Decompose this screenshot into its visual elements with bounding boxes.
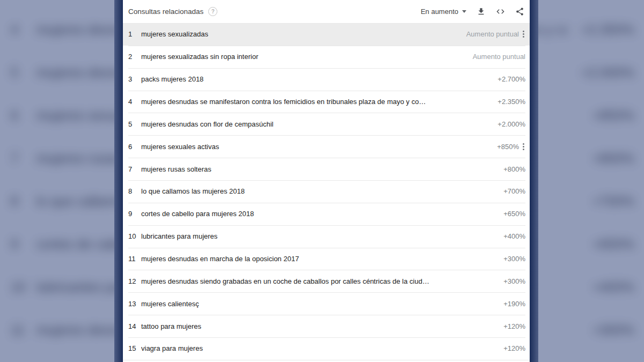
query-row[interactable]: 1 mujeres sexualizadas Aumento puntual [123,23,530,46]
query-value: +400% [503,232,525,240]
query-row[interactable]: 5 mujeres desnudas con flor de cempasúch… [123,113,530,135]
query-text: cortes de cabello para mujeres 2018 [141,210,503,218]
query-value: +120% [503,344,525,352]
download-icon[interactable] [477,7,486,16]
query-rank: 1 [128,30,141,38]
kebab-menu-icon[interactable] [522,29,525,39]
query-value: +800% [503,165,525,173]
query-row[interactable]: 15 viagra para mujeres +120% [123,337,530,360]
query-text: mujeres desnudas en marcha de la oposici… [141,255,503,263]
card-left-border [114,0,123,362]
query-text: mujeres calientesç [141,300,503,308]
query-value: +650% [503,210,525,218]
query-row[interactable]: 3 packs mujeres 2018 +2.700% [123,68,530,91]
query-row[interactable]: 7 mujeres rusas solteras +800% [123,158,530,180]
share-icon[interactable] [515,7,524,16]
query-text: mujeres desnudas siendo grabadas en un c… [141,277,503,285]
query-list: 1 mujeres sexualizadas Aumento puntual 2… [123,23,530,360]
query-rank: 4 [128,98,141,106]
query-value: +300% [503,277,525,285]
panel-footer-divider [123,360,530,362]
query-row[interactable]: 6 mujeres sexuales activas +850% [123,135,530,158]
query-value: +850% [497,143,519,151]
query-row[interactable]: 13 mujeres calientesç +190% [123,292,530,315]
header-actions: En aumento [421,7,524,16]
query-row[interactable]: 10 lubricantes para mujeres +400% [123,225,530,248]
panel-header: Consultas relacionadas ? En aumento [123,0,530,23]
query-value: +700% [503,187,525,195]
query-rank: 9 [128,210,141,218]
panel-title: Consultas relacionadas [128,8,203,16]
query-text: mujeres sexualizadas [141,30,466,38]
query-row[interactable]: 4 mujeres desnudas se manifestaron contr… [123,91,530,113]
query-rank: 3 [128,75,141,83]
query-row[interactable]: 14 tattoo para mujeres +120% [123,315,530,337]
query-value: +300% [503,255,525,263]
query-value: +2.000% [497,120,525,128]
query-text: lo que callamos las mujeres 2018 [141,187,503,195]
query-row[interactable]: 9 cortes de cabello para mujeres 2018 +6… [123,203,530,225]
query-value: +2.350% [497,98,525,106]
query-rank: 5 [128,120,141,128]
query-rank: 8 [128,187,141,195]
query-rank: 15 [128,344,141,352]
query-text: mujeres rusas solteras [141,165,503,173]
query-text: mujeres desnudas se manifestaron contra … [141,98,497,106]
query-rank: 10 [128,232,141,240]
query-rank: 2 [128,53,141,61]
query-text: tattoo para mujeres [141,322,503,330]
query-rank: 12 [128,277,141,285]
page: 4mujeres desnudas se manifestaron contra… [0,0,644,362]
query-rank: 14 [128,322,141,330]
query-text: mujeres sexuales activas [141,143,497,151]
query-text: mujeres desnudas con flor de cempasúchil [141,120,497,128]
chevron-down-icon [462,10,466,13]
query-text: viagra para mujeres [141,344,503,352]
query-row[interactable]: 8 lo que callamos las mujeres 2018 +700% [123,180,530,203]
query-value: Aumento puntual [466,30,519,38]
query-text: mujeres sexualizadas sin ropa interior [141,53,473,61]
query-row[interactable]: 12 mujeres desnudas siendo grabadas en u… [123,270,530,292]
query-row[interactable]: 2 mujeres sexualizadas sin ropa interior… [123,46,530,68]
help-circle-icon[interactable]: ? [208,7,217,16]
embed-code-icon[interactable] [496,7,505,16]
query-rank: 11 [128,255,141,263]
query-row[interactable]: 11 mujeres desnudas en marcha de la opos… [123,248,530,270]
sort-label: En aumento [421,8,458,16]
sort-dropdown[interactable]: En aumento [421,8,466,16]
query-value: +190% [503,300,525,308]
query-rank: 13 [128,300,141,308]
kebab-menu-icon[interactable] [522,142,525,151]
query-value: Aumento puntual [473,53,525,61]
query-value: +120% [503,322,525,330]
query-rank: 7 [128,165,141,173]
query-value: +2.700% [497,75,525,83]
query-text: packs mujeres 2018 [141,75,497,83]
query-text: lubricantes para mujeres [141,232,503,240]
query-rank: 6 [128,143,141,151]
card-right-border [530,0,538,362]
related-queries-panel: Consultas relacionadas ? En aumento [123,0,530,362]
